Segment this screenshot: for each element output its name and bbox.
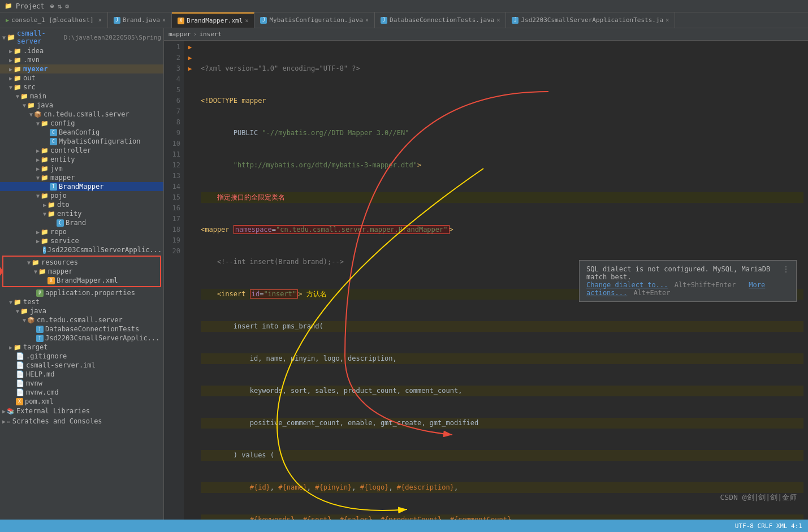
folder-icon-java: 📁: [27, 102, 35, 109]
folder-icon-config: 📁: [41, 120, 49, 127]
sidebar-item-mvn[interactable]: ▶ 📁 .mvn: [0, 55, 163, 64]
sidebar-label-controller: controller: [50, 146, 91, 154]
breadcrumb-mapper[interactable]: mapper: [168, 31, 191, 38]
chevron-right-icon-ext-libs: ▶: [2, 408, 6, 414]
sidebar-item-main[interactable]: ▼ 📁 main: [0, 92, 163, 101]
xml-line-2: <!DOCTYPE mapper: [201, 96, 803, 106]
xml-line-15: #{keywords}, #{sort}, #{sales}, #{produc…: [201, 514, 803, 520]
xml-line-12: positive_comment_count, enable, gmt_crea…: [201, 418, 803, 429]
sql-popup-link1[interactable]: Change dialect to...: [586, 281, 668, 289]
sidebar-item-mybatisconfig[interactable]: C MybatisConfiguration: [0, 137, 163, 146]
sidebar-item-service[interactable]: ▶ 📁 service: [0, 236, 163, 245]
xml-breadcrumb: mapper › insert: [164, 28, 808, 41]
sidebar-item-brandmapper-xml[interactable]: X BrandMapper.xml: [5, 276, 159, 285]
tab-brandmapper-xml[interactable]: X BrandMapper.xml ×: [172, 12, 254, 28]
sidebar-item-mvnwcmd[interactable]: 📄 mvnw.cmd: [0, 388, 163, 397]
breadcrumb-sep1: ›: [193, 31, 197, 38]
xml-line-4: "http://mybatis.org/dtd/mybatis-3-mapper…: [201, 160, 803, 171]
chevron-down-icon-pojo: ▼: [36, 193, 40, 199]
tab-mybatisconfig[interactable]: J MybatisConfiguration.java ×: [254, 12, 375, 28]
sidebar-item-resources[interactable]: ▼ 📁 resources: [5, 258, 159, 267]
sidebar-item-dbtest[interactable]: T DatabaseConnectionTests: [0, 325, 163, 334]
sidebar: ▼ 📁 csmall-server D:\javalean20220505\Sp…: [0, 28, 164, 520]
tab-brandmapper-xml-close[interactable]: ×: [245, 18, 248, 24]
tab-dbconntest[interactable]: J DatabaseConnectionTests.java ×: [375, 12, 506, 28]
sidebar-item-repo[interactable]: ▶ 📁 repo: [0, 227, 163, 236]
sidebar-item-pojo[interactable]: ▼ 📁 pojo: [0, 191, 163, 200]
sql-popup-more-icon[interactable]: ⋮: [783, 265, 789, 273]
sidebar-item-scratches[interactable]: ▶ ✏️ Scratches and Consoles: [0, 416, 163, 426]
sidebar-label-src: src: [23, 83, 36, 91]
top-bar-sort-icon[interactable]: ⇅: [58, 2, 62, 10]
sidebar-label-ext-libs: External Libraries: [16, 407, 90, 415]
xml-line-6: <mapper namespace="cn.tedu.csmall.server…: [201, 224, 803, 235]
sidebar-item-idea[interactable]: ▶ 📁 .idea: [0, 46, 163, 55]
gutter-line8: ▶: [184, 63, 196, 74]
sidebar-item-csmall-iml[interactable]: 📄 csmall-server.iml: [0, 361, 163, 370]
sidebar-item-appprops[interactable]: P application.properties: [0, 288, 163, 297]
sidebar-item-apptest2[interactable]: T Jsd2203CsmallServerApplic...: [0, 334, 163, 343]
sidebar-item-help[interactable]: 📄 HELP.md: [0, 370, 163, 379]
sidebar-label-target: target: [23, 343, 47, 351]
sidebar-item-test-java[interactable]: ▼ 📁 java: [0, 306, 163, 315]
folder-icon-src: 📁: [14, 84, 21, 91]
file-icon-mvnw: 📄: [16, 379, 24, 387]
sidebar-label-main: main: [30, 92, 46, 100]
top-bar-add-icon[interactable]: ⊕: [50, 2, 54, 10]
tab-apptest-label: Jsd2203CsmallServerApplicationTests.ja: [521, 16, 663, 24]
folder-icon-controller: 📁: [41, 147, 49, 154]
sidebar-item-jsd2203[interactable]: A Jsd2203CsmallServerApplic...: [0, 245, 163, 254]
xml-line-13: ) values (: [201, 450, 803, 461]
tab-brand-java[interactable]: J Brand.java ×: [108, 12, 172, 28]
sidebar-item-mvnw[interactable]: 📄 mvnw: [0, 379, 163, 388]
status-bar: UTF-8 CRLF XML 4:1: [0, 520, 808, 532]
sidebar-label-dto: dto: [57, 201, 70, 209]
sidebar-label-java: java: [37, 101, 53, 109]
sidebar-item-pom[interactable]: X pom.xml: [0, 397, 163, 406]
sidebar-label-out: out: [23, 74, 36, 82]
sidebar-item-mapper[interactable]: ▼ 📁 mapper: [0, 173, 163, 182]
tab-brand-java-close[interactable]: ×: [162, 17, 166, 23]
breadcrumb-insert[interactable]: insert: [199, 31, 222, 38]
sidebar-item-dto[interactable]: ▶ 📁 dto: [0, 200, 163, 209]
sidebar-item-beanconfig[interactable]: C BeanConfig: [0, 128, 163, 137]
tab-mybatisconfig-close[interactable]: ×: [365, 17, 369, 23]
sidebar-item-src[interactable]: ▼ 📁 src: [0, 83, 163, 92]
sidebar-label-brandmapper-xml: BrandMapper.xml: [57, 276, 118, 284]
sidebar-item-project-root[interactable]: ▼ 📁 csmall-server D:\javalean20220505\Sp…: [0, 28, 163, 46]
sidebar-item-test-cn[interactable]: ▼ 📦 cn.tedu.csmall.server: [0, 315, 163, 325]
sidebar-item-out[interactable]: ▶ 📁 out: [0, 73, 163, 83]
sidebar-item-ext-libs[interactable]: ▶ 📚 External Libraries: [0, 406, 163, 416]
top-bar-settings-icon[interactable]: ⚙: [65, 2, 69, 10]
tab-console[interactable]: ▶ console_1 [@localhost] ×: [0, 12, 108, 28]
sidebar-item-target[interactable]: ▶ 📁 target: [0, 343, 163, 352]
sidebar-item-jvm[interactable]: ▶ 📁 jvm: [0, 164, 163, 173]
chevron-down-icon-mapper: ▼: [36, 175, 40, 181]
file-icon-csmall-iml: 📄: [16, 361, 24, 369]
sidebar-item-brandmapper[interactable]: I BrandMapper: [0, 182, 163, 191]
sidebar-label-apptest2: Jsd2203CsmallServerApplic...: [45, 334, 159, 342]
sidebar-item-gitignore[interactable]: 📄 .gitignore: [0, 352, 163, 361]
chevron-down-icon: ▼: [2, 34, 6, 41]
tab-apptest[interactable]: J Jsd2203CsmallServerApplicationTests.ja…: [506, 12, 675, 28]
sidebar-item-myexer[interactable]: ▶ 📁 myexer: [0, 64, 163, 73]
sidebar-item-cn[interactable]: ▼ 📦 cn.tedu.csmall.server: [0, 110, 163, 119]
watermark-text: CSDN @剑|剑|剑|金师: [720, 493, 797, 501]
tab-dbconntest-close[interactable]: ×: [496, 17, 500, 23]
sidebar-item-brand[interactable]: C Brand: [0, 218, 163, 227]
sidebar-label-mvnw: mvnw: [26, 379, 42, 387]
sidebar-item-test[interactable]: ▼ 📁 test: [0, 297, 163, 306]
chevron-down-icon-test-cn: ▼: [23, 317, 26, 323]
sidebar-item-entity2[interactable]: ▼ 📁 entity: [0, 209, 163, 218]
tab-console-close[interactable]: ×: [98, 17, 102, 23]
sql-popup-shortcut2: Alt+Enter: [633, 289, 670, 297]
project-icon: 📁: [5, 2, 12, 10]
sidebar-item-config[interactable]: ▼ 📁 config: [0, 119, 163, 128]
sidebar-item-java[interactable]: ▼ 📁 java: [0, 101, 163, 110]
sidebar-label-pom: pom.xml: [25, 397, 54, 405]
sidebar-item-controller[interactable]: ▶ 📁 controller: [0, 146, 163, 155]
sidebar-item-mapper-res[interactable]: ▼ 📁 mapper: [5, 267, 159, 276]
tab-apptest-close[interactable]: ×: [666, 17, 669, 23]
sidebar-item-entity[interactable]: ▶ 📁 entity: [0, 155, 163, 164]
file-icon-gitignore: 📄: [16, 352, 24, 360]
